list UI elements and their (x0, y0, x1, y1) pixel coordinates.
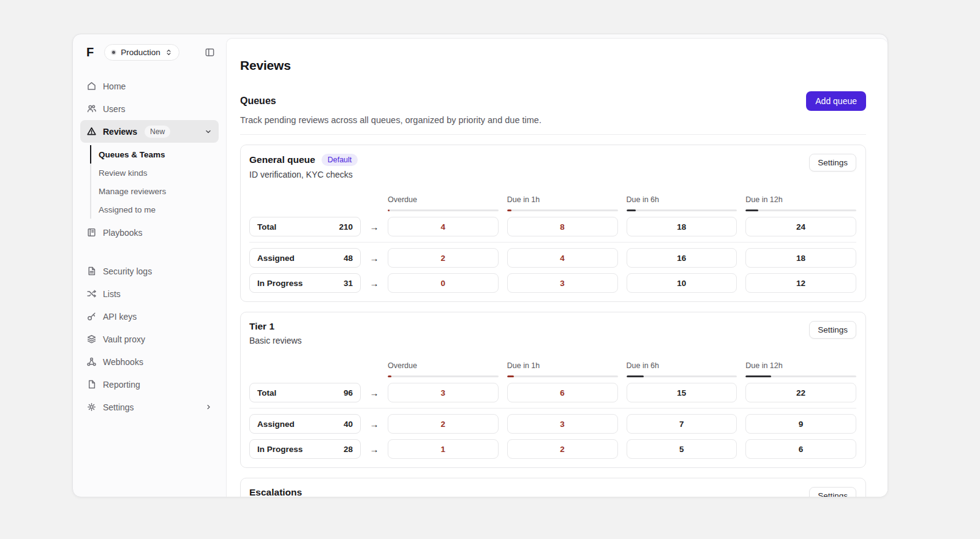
bucket-count-cell[interactable]: 24 (745, 217, 856, 236)
sidebar-subitem-manage-reviewers[interactable]: Manage reviewers (90, 182, 219, 200)
sidebar-item-playbooks[interactable]: Playbooks (80, 221, 219, 244)
due-progress-bar (507, 209, 618, 211)
bucket-count-cell[interactable]: 18 (627, 217, 737, 236)
sidebar-item-reviews[interactable]: Reviews New (80, 120, 219, 143)
sidebar-item-lists[interactable]: Lists (80, 282, 219, 305)
row-label: Assigned (257, 420, 295, 429)
sidebar-item-label: Security logs (103, 266, 152, 276)
bucket-count-cell[interactable]: 6 (507, 383, 618, 402)
bucket-count-cell[interactable]: 2 (388, 248, 499, 268)
bucket-count-cell[interactable]: 12 (745, 273, 856, 293)
collapse-sidebar-button[interactable] (205, 47, 215, 58)
due-column-label: Due in 1h (507, 361, 618, 370)
add-queue-button[interactable]: Add queue (806, 91, 866, 111)
row-divider (249, 408, 856, 409)
new-badge: New (145, 126, 170, 138)
queues-heading: Queues (240, 96, 276, 107)
row-label: In Progress (257, 279, 303, 288)
due-column-label: Due in 12h (745, 361, 856, 370)
queue-list: General queue Default ID verification, K… (240, 145, 866, 497)
sidebar-item-home[interactable]: Home (80, 75, 219, 97)
row-divider (249, 242, 856, 243)
reviews-sub-nav: Queues & Teams Review kinds Manage revie… (90, 145, 219, 219)
arrow-right-icon: → (369, 388, 379, 398)
due-progress-bar (745, 209, 856, 211)
bucket-count-cell[interactable]: 22 (745, 383, 856, 402)
row-label: Total (257, 222, 276, 232)
nav-spacer (80, 244, 219, 260)
bucket-count-cell[interactable]: 3 (388, 383, 499, 402)
bucket-count-cell[interactable]: 7 (627, 414, 737, 434)
due-progress-bar (745, 375, 856, 377)
sidebar-item-vault-proxy[interactable]: Vault proxy (80, 328, 219, 350)
queue-subtitle: Basic reviews (249, 336, 302, 345)
bucket-count-cell[interactable]: 16 (627, 248, 737, 268)
due-column-header: Due in 1h (507, 195, 618, 211)
bucket-count-cell[interactable]: 9 (745, 414, 856, 434)
due-progress-bar (388, 375, 499, 377)
sidebar-item-webhooks[interactable]: Webhooks (80, 350, 219, 373)
queue-card-header: Escalations Settings (249, 487, 856, 497)
queue-card: Escalations Settings (240, 478, 866, 497)
sidebar-header: F Production (80, 43, 219, 61)
queue-settings-button[interactable]: Settings (809, 154, 856, 172)
due-progress-fill (507, 375, 514, 377)
sidebar-item-label: Reporting (103, 380, 140, 390)
row-label-card[interactable]: Total210 (249, 217, 361, 236)
section-divider (240, 134, 866, 135)
queue-settings-button[interactable]: Settings (809, 321, 856, 339)
bucket-count-cell[interactable]: 6 (745, 439, 856, 459)
sidebar-subitem-assigned-to-me[interactable]: Assigned to me (90, 200, 219, 219)
due-column-header: Due in 12h (745, 195, 856, 211)
queue-title: Tier 1 (249, 321, 274, 332)
row-label-card[interactable]: Assigned40 (249, 414, 361, 434)
queue-settings-button[interactable]: Settings (809, 487, 856, 497)
workspace-switcher[interactable]: Production (104, 44, 179, 61)
bucket-count-cell[interactable]: 2 (388, 414, 499, 434)
bucket-count-cell[interactable]: 3 (507, 414, 618, 434)
bucket-count-cell[interactable]: 10 (627, 273, 737, 293)
chevron-down-icon (204, 127, 213, 136)
sidebar-item-label: API keys (103, 312, 137, 322)
file-icon (86, 379, 97, 390)
bucket-count-cell[interactable]: 4 (507, 248, 618, 268)
arrow-right-icon: → (369, 253, 379, 263)
due-progress-fill (627, 209, 636, 211)
row-label-card[interactable]: In Progress31 (249, 273, 361, 293)
row-label: In Progress (257, 445, 303, 454)
bucket-count-cell[interactable]: 18 (745, 248, 856, 268)
page-title: Reviews (240, 58, 866, 73)
users-icon (86, 104, 97, 114)
sidebar-item-api-keys[interactable]: API keys (80, 305, 219, 328)
row-label-card[interactable]: Assigned48 (249, 248, 361, 268)
bucket-count-cell[interactable]: 1 (388, 439, 499, 459)
row-label: Assigned (257, 254, 295, 263)
row-total-value: 31 (344, 279, 353, 288)
row-label-card[interactable]: In Progress28 (249, 439, 361, 459)
sidebar-subitem-review-kinds[interactable]: Review kinds (90, 164, 219, 182)
sidebar-item-users[interactable]: Users (80, 97, 219, 120)
sidebar-item-security-logs[interactable]: Security logs (80, 260, 219, 282)
bucket-count-cell[interactable]: 4 (388, 217, 499, 236)
row-label-card[interactable]: Total96 (249, 383, 361, 402)
footprint-logo: F (86, 45, 93, 59)
due-column-header: Due in 6h (627, 195, 737, 211)
bucket-count-cell[interactable]: 8 (507, 217, 618, 236)
bucket-count-cell[interactable]: 0 (388, 273, 499, 293)
sidebar-item-label: Users (103, 104, 126, 114)
due-column-header: Overdue (388, 361, 499, 377)
sidebar-item-label: Settings (103, 402, 134, 412)
bucket-count-cell[interactable]: 2 (507, 439, 618, 459)
bucket-count-cell[interactable]: 5 (627, 439, 737, 459)
sidebar-item-settings[interactable]: Settings (80, 396, 219, 418)
sidebar-subitem-queues-teams[interactable]: Queues & Teams (90, 145, 219, 164)
warning-triangle-icon (86, 126, 97, 137)
bucket-count-cell[interactable]: 3 (507, 273, 618, 293)
chevron-up-down-icon (165, 48, 173, 56)
due-progress-fill (388, 209, 390, 211)
bucket-count-cell[interactable]: 15 (627, 383, 737, 402)
due-column-header: Overdue (388, 195, 499, 211)
row-total-value: 210 (339, 222, 353, 232)
sidebar-item-reporting[interactable]: Reporting (80, 373, 219, 396)
due-progress-fill (627, 375, 644, 377)
